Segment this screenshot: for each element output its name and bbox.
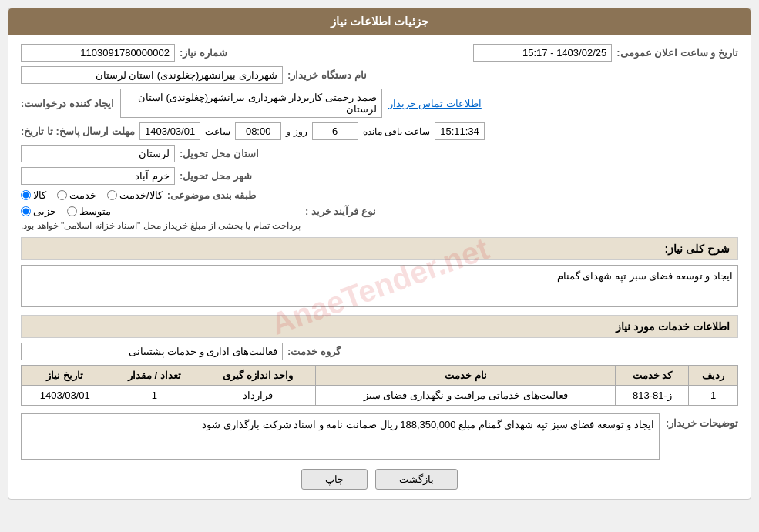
deadline-time: 08:00 — [235, 122, 281, 140]
purchase-option-jozi[interactable]: جزیی — [21, 206, 56, 217]
table-cell-row: 1 — [689, 386, 738, 406]
category-radio-group: کالا/خدمت خدمت کالا — [21, 189, 163, 201]
col-header-name: نام خدمت — [315, 366, 616, 386]
col-header-date: تاریخ نیاز — [22, 366, 109, 386]
deadline-days-label: روز و — [286, 126, 307, 137]
table-cell-code: ز-81-813 — [616, 386, 689, 406]
services-section-header: اطلاعات خدمات مورد نیاز — [21, 315, 738, 338]
need-number-label: شماره نیاز: — [180, 47, 227, 59]
delivery-province-value: لرستان — [21, 145, 175, 162]
deadline-remaining: 15:11:34 — [435, 122, 485, 140]
service-group-label: گروه خدمت: — [287, 346, 341, 357]
service-group-value: فعالیت‌های اداری و خدمات پشتیبانی — [21, 343, 283, 360]
buyer-notes-label: توضیحات خریدار: — [666, 413, 738, 429]
purchase-note: پرداخت تمام یا بخشی از مبلغ خریداز محل "… — [21, 220, 301, 231]
col-header-qty: تعداد / مقدار — [109, 366, 200, 386]
buyer-org-label: نام دستگاه خریدار: — [287, 69, 367, 81]
deadline-date: 1403/03/01 — [139, 122, 200, 140]
table-row: 1ز-81-813فعالیت‌های خدماتی مراقبت و نگهد… — [22, 386, 738, 406]
category-option-kala[interactable]: کالا — [21, 189, 46, 201]
creator-value: صمد رحمتی کاربردار شهرداری بیرانشهر(چغلو… — [120, 89, 382, 118]
delivery-city-value: خرم آباد — [21, 167, 175, 185]
col-header-unit: واحد اندازه گیری — [200, 366, 316, 386]
buyer-org-value: شهرداری بیرانشهر(چغلوندی) استان لرستان — [21, 66, 283, 84]
creator-label: ایجاد کننده درخواست: — [21, 98, 114, 109]
contact-link[interactable]: اطلاعات تماس خریدار — [388, 98, 482, 109]
announce-datetime-value: 1403/02/25 - 15:17 — [473, 44, 612, 62]
deadline-remaining-label: ساعت باقی مانده — [363, 126, 431, 137]
purchase-type-label: نوع فرآیند خرید : — [305, 206, 376, 217]
col-header-row: ردیف — [689, 366, 738, 386]
need-number-value: 1103091780000002 — [21, 44, 175, 62]
category-label: طبقه بندی موضوعی: — [167, 189, 257, 201]
general-desc-value: ایجاد و توسعه فضای سبز تپه شهدای گمنام — [21, 265, 738, 307]
purchase-type-radio-group: متوسط جزیی — [21, 206, 111, 217]
table-cell-date: 1403/03/01 — [22, 386, 109, 406]
delivery-city-label: شهر محل تحویل: — [180, 170, 252, 182]
table-cell-name: فعالیت‌های خدماتی مراقبت و نگهداری فضای … — [315, 386, 616, 406]
back-button[interactable]: بازگشت — [375, 469, 458, 490]
table-cell-unit: قرارداد — [200, 386, 316, 406]
services-table: ردیف کد خدمت نام خدمت واحد اندازه گیری ت… — [21, 365, 738, 406]
deadline-label: مهلت ارسال پاسخ: تا تاریخ: — [21, 125, 135, 137]
announce-datetime-label: تاریخ و ساعت اعلان عمومی: — [616, 47, 738, 59]
delivery-province-label: استان محل تحویل: — [180, 148, 259, 159]
general-desc-section-header: شرح کلی نیاز: — [21, 237, 738, 260]
page-title: جزئیات اطلاعات نیاز — [8, 8, 751, 35]
print-button[interactable]: چاپ — [301, 469, 368, 490]
col-header-code: کد خدمت — [616, 366, 689, 386]
category-option-kala-khadamat[interactable]: کالا/خدمت — [107, 189, 163, 201]
deadline-time-label: ساعت — [205, 126, 230, 137]
buyer-notes-value: ایجاد و توسعه فضای سبز تپه شهدای گمنام م… — [21, 413, 660, 460]
category-option-khadamat[interactable]: خدمت — [57, 189, 96, 201]
deadline-days: 6 — [312, 122, 358, 140]
purchase-option-motavaset[interactable]: متوسط — [67, 206, 111, 217]
table-cell-qty: 1 — [109, 386, 200, 406]
